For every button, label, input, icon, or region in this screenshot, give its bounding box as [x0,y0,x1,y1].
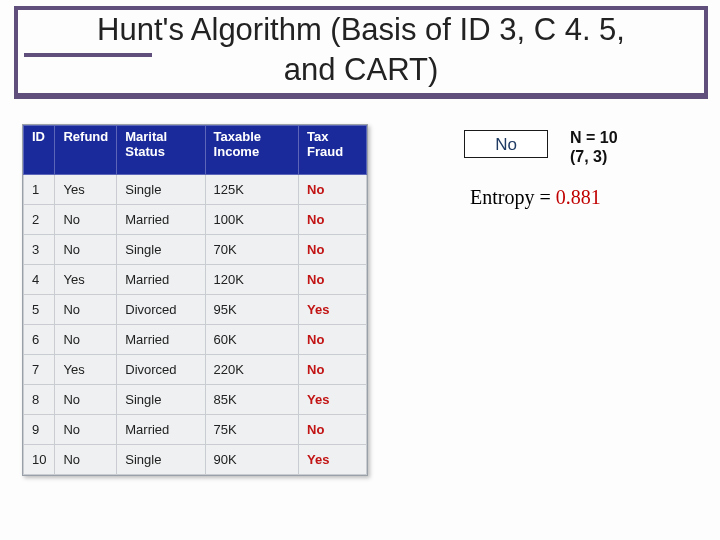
entropy-readout: Entropy = 0.881 [470,186,601,209]
cell-refund: No [55,294,117,324]
table-row: 10NoSingle90KYes [24,444,367,474]
cell-fraud: Yes [299,444,367,474]
col-id: ID [24,126,55,175]
title-line-1: Hunt's Algorithm (Basis of ID 3, C 4. 5, [97,12,625,47]
cell-refund: Yes [55,354,117,384]
root-node-stats: N = 10 (7, 3) [570,128,618,166]
entropy-value: 0.881 [556,186,601,208]
cell-fraud: No [299,354,367,384]
cell-refund: No [55,444,117,474]
cell-marital: Single [117,234,205,264]
cell-id: 4 [24,264,55,294]
cell-income: 85K [205,384,298,414]
cell-fraud: No [299,414,367,444]
cell-marital: Divorced [117,354,205,384]
cell-income: 75K [205,414,298,444]
cell-income: 70K [205,234,298,264]
cell-fraud: Yes [299,294,367,324]
cell-marital: Married [117,414,205,444]
table-header-row: ID Refund Marital Status Taxable Income … [24,126,367,175]
root-n: N = 10 [570,129,618,146]
cell-id: 8 [24,384,55,414]
cell-refund: No [55,384,117,414]
cell-income: 90K [205,444,298,474]
col-fraud: Tax Fraud [299,126,367,175]
cell-fraud: No [299,234,367,264]
table-row: 1YesSingle125KNo [24,174,367,204]
tree-root-node: No [464,130,548,158]
cell-refund: Yes [55,264,117,294]
cell-marital: Married [117,204,205,234]
cell-marital: Married [117,264,205,294]
cell-refund: Yes [55,174,117,204]
root-node-label: No [495,135,517,154]
cell-income: 100K [205,204,298,234]
cell-income: 120K [205,264,298,294]
entropy-label: Entropy = [470,186,556,208]
table-row: 5NoDivorced95KYes [24,294,367,324]
cell-marital: Single [117,174,205,204]
title-underline-accent [24,53,152,57]
title-line-2: and CART) [284,52,439,87]
col-income: Taxable Income [205,126,298,175]
table-row: 7YesDivorced220KNo [24,354,367,384]
cell-fraud: No [299,324,367,354]
cell-fraud: Yes [299,384,367,414]
cell-refund: No [55,324,117,354]
table-row: 6NoMarried60KNo [24,324,367,354]
cell-fraud: No [299,204,367,234]
table-row: 2NoMarried100KNo [24,204,367,234]
slide-title: Hunt's Algorithm (Basis of ID 3, C 4. 5,… [18,10,704,93]
table-row: 4YesMarried120KNo [24,264,367,294]
cell-income: 220K [205,354,298,384]
cell-fraud: No [299,174,367,204]
cell-marital: Married [117,324,205,354]
cell-id: 10 [24,444,55,474]
cell-marital: Single [117,384,205,414]
cell-id: 3 [24,234,55,264]
cell-marital: Single [117,444,205,474]
col-marital: Marital Status [117,126,205,175]
table-row: 8NoSingle85KYes [24,384,367,414]
cell-id: 1 [24,174,55,204]
root-dist: (7, 3) [570,148,607,165]
cell-marital: Divorced [117,294,205,324]
table-row: 9NoMarried75KNo [24,414,367,444]
training-data-table: ID Refund Marital Status Taxable Income … [22,124,368,476]
cell-id: 6 [24,324,55,354]
cell-refund: No [55,234,117,264]
col-refund: Refund [55,126,117,175]
table-row: 3NoSingle70KNo [24,234,367,264]
cell-id: 2 [24,204,55,234]
cell-id: 5 [24,294,55,324]
cell-fraud: No [299,264,367,294]
cell-income: 125K [205,174,298,204]
cell-income: 60K [205,324,298,354]
cell-refund: No [55,204,117,234]
cell-id: 7 [24,354,55,384]
cell-id: 9 [24,414,55,444]
cell-income: 95K [205,294,298,324]
cell-refund: No [55,414,117,444]
